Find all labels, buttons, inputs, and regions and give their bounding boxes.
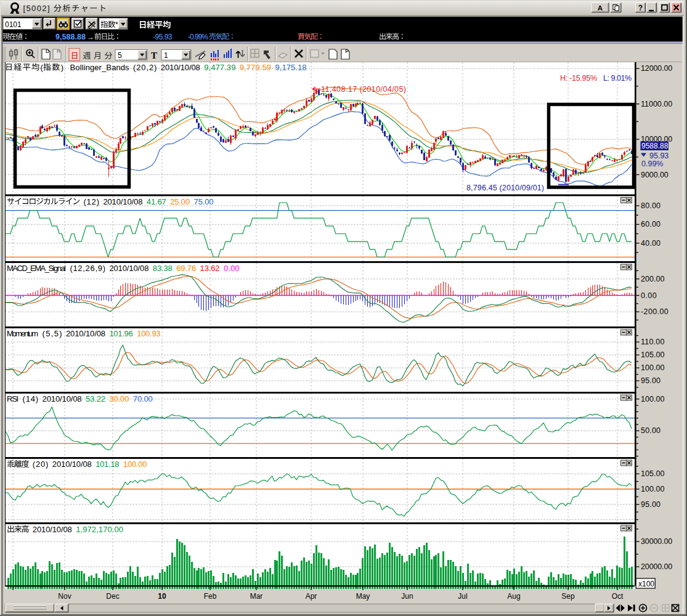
svg-text:): ) [61, 63, 63, 72]
svg-text:(20): (20) [33, 460, 49, 469]
svg-text:(: ( [41, 63, 44, 72]
svg-text:1,972,170.00: 1,972,170.00 [76, 525, 123, 534]
svg-text:Feb: Feb [204, 592, 217, 601]
svg-text:May: May [356, 592, 370, 601]
svg-text:Jun: Jun [401, 592, 413, 601]
svg-text:100.00: 100.00 [641, 395, 664, 403]
svg-text:13.62: 13.62 [200, 264, 220, 273]
svg-text:105.00: 105.00 [641, 351, 664, 359]
svg-text:53.22: 53.22 [86, 394, 105, 403]
svg-text:R: R [57, 48, 60, 54]
svg-text:40.00: 40.00 [641, 239, 661, 248]
svg-text:2010/10/08: 2010/10/08 [161, 63, 200, 72]
svg-text:101.18: 101.18 [96, 460, 119, 469]
svg-text:(12,26,9): (12,26,9) [70, 264, 105, 273]
svg-text:25.00: 25.00 [170, 197, 190, 206]
svg-text:Momentum: Momentum [7, 329, 38, 338]
svg-text:Mar: Mar [250, 592, 263, 601]
svg-text:95.00: 95.00 [641, 376, 661, 385]
svg-text:11,408.17 (2010/04/05): 11,408.17 (2010/04/05) [321, 85, 406, 94]
svg-text:30000.00: 30000.00 [641, 537, 672, 546]
svg-text:A: A [598, 4, 603, 12]
svg-text:?: ? [638, 4, 643, 12]
svg-text:x100: x100 [638, 580, 654, 588]
svg-text:110.00: 110.00 [641, 338, 664, 346]
svg-text:95.00: 95.00 [641, 500, 661, 509]
svg-text:-95.93: -95.93 [153, 33, 173, 41]
svg-text:T: T [151, 51, 157, 60]
svg-text:0.00: 0.00 [224, 264, 240, 273]
svg-text:41.67: 41.67 [147, 197, 166, 206]
svg-text:0.99%: 0.99% [641, 160, 663, 168]
svg-text:200.00: 200.00 [641, 275, 664, 283]
svg-text:(5,5): (5,5) [43, 329, 62, 338]
svg-text:1: 1 [164, 51, 168, 60]
svg-text:L: 9.01%: L: 9.01% [603, 74, 632, 83]
svg-text:69.76: 69.76 [176, 264, 196, 273]
svg-text:Sep: Sep [561, 592, 575, 601]
svg-text:100.93: 100.93 [137, 329, 160, 338]
svg-text:83.38: 83.38 [153, 264, 173, 273]
svg-text:Apr: Apr [306, 592, 317, 601]
svg-text:2010/10/08: 2010/10/08 [103, 197, 142, 206]
svg-text:60.00: 60.00 [641, 220, 661, 229]
svg-text:*: * [115, 20, 118, 29]
svg-text:(14): (14) [23, 394, 39, 403]
svg-text:9,175.18: 9,175.18 [275, 63, 306, 72]
svg-text:95.93: 95.93 [649, 152, 669, 160]
svg-text:100.00: 100.00 [123, 460, 147, 469]
svg-text:Aug: Aug [507, 592, 520, 601]
svg-text:9,779.59: 9,779.59 [240, 63, 271, 72]
svg-text:2010/10/08: 2010/10/08 [43, 394, 82, 403]
svg-text:Jul: Jul [458, 592, 467, 601]
svg-text:2010/10/08: 2010/10/08 [33, 525, 72, 534]
svg-text:8,796.45 (2010/09/01): 8,796.45 (2010/09/01) [466, 184, 544, 192]
svg-text:Oct: Oct [612, 592, 624, 601]
svg-text:9,588.88: 9,588.88 [55, 33, 86, 41]
svg-text:30.00: 30.00 [109, 394, 129, 403]
svg-text:[5002]: [5002] [23, 4, 50, 13]
svg-text:100.00: 100.00 [641, 485, 664, 493]
svg-text:20000.00: 20000.00 [641, 562, 672, 571]
svg-text:5: 5 [118, 51, 122, 60]
svg-text:0101: 0101 [5, 20, 22, 29]
svg-text:D: D [46, 48, 49, 54]
svg-text:(20,2): (20,2) [133, 63, 157, 72]
svg-text:9000.00: 9000.00 [641, 171, 669, 179]
svg-text:P: P [345, 48, 349, 54]
svg-text:75.00: 75.00 [194, 197, 214, 206]
svg-text:(12): (12) [83, 197, 99, 206]
svg-text:Bollinger_Bands: Bollinger_Bands [70, 63, 130, 72]
svg-text:MACD_EMA_Signal: MACD_EMA_Signal [7, 264, 66, 273]
svg-text:105.00: 105.00 [641, 469, 664, 478]
svg-text:9588.88: 9588.88 [641, 142, 669, 150]
svg-text:RSI: RSI [7, 394, 18, 403]
svg-text:9,477.39: 9,477.39 [204, 63, 235, 72]
svg-text:101.96: 101.96 [109, 329, 132, 338]
svg-text:2010/10/08: 2010/10/08 [52, 460, 92, 469]
svg-text:H: -15.95%: H: -15.95% [560, 74, 597, 83]
svg-text:10: 10 [158, 592, 166, 601]
svg-text:-200.00: -200.00 [641, 307, 669, 316]
svg-text:11000.00: 11000.00 [641, 100, 672, 108]
svg-text:12000.00: 12000.00 [641, 64, 672, 73]
svg-text:2010/10/08: 2010/10/08 [66, 329, 105, 338]
svg-text:100.00: 100.00 [641, 363, 664, 372]
svg-text:80.00: 80.00 [641, 201, 661, 210]
svg-text:-0.99%: -0.99% [188, 33, 208, 41]
svg-text:70.00: 70.00 [133, 394, 153, 403]
svg-text:→: → [87, 33, 94, 41]
svg-text:50.00: 50.00 [641, 426, 661, 435]
svg-text:Nov: Nov [58, 592, 71, 601]
svg-text:2010/10/08: 2010/10/08 [109, 264, 148, 273]
svg-text:Dec: Dec [106, 592, 119, 601]
svg-text:0.00: 0.00 [641, 291, 657, 300]
